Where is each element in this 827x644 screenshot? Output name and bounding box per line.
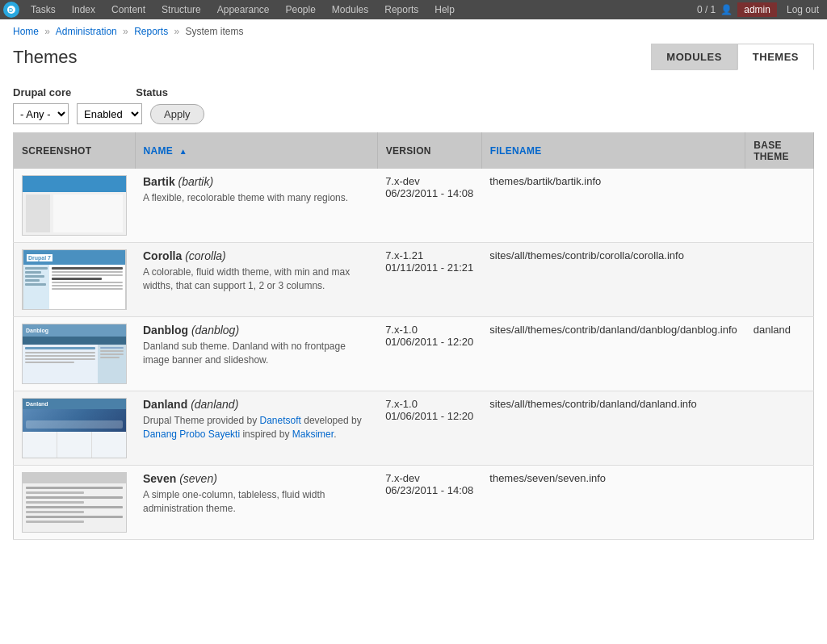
base-theme-cell-danblog: danland xyxy=(745,317,814,391)
theme-title-corolla: Corolla (corolla) xyxy=(143,249,369,262)
machine-name-bartik: (bartik) xyxy=(178,175,214,188)
filter-labels: Drupal core Status xyxy=(13,86,814,98)
col-version: VERSION xyxy=(377,133,481,169)
table-row: Danland xyxy=(14,391,814,466)
tab-themes[interactable]: THEMES xyxy=(737,44,814,70)
nav-content[interactable]: Content xyxy=(103,0,153,19)
name-cell-danland: Danland (danland) Drupal Theme provided … xyxy=(135,391,377,466)
table-row: Seven (seven) A simple one-column, table… xyxy=(14,466,814,540)
machine-name-danland: (danland) xyxy=(191,398,238,411)
danang-link[interactable]: Danang Probo Sayekti xyxy=(143,429,240,440)
screenshot-cell-bartik xyxy=(14,169,136,243)
admin-label: admin xyxy=(737,2,777,17)
maksimer-link[interactable]: Maksimer xyxy=(292,429,334,440)
screenshot-thumb-corolla: Drupal 7 xyxy=(22,249,127,310)
nav-index[interactable]: Index xyxy=(64,0,103,19)
name-cell-bartik: Bartik (bartik) A flexible, recolorable … xyxy=(135,169,377,243)
svg-text:D: D xyxy=(9,7,13,13)
status-select[interactable]: Enabled Disabled xyxy=(77,103,142,124)
version-cell-corolla: 7.x-1.21 01/11/2011 - 21:21 xyxy=(377,243,481,317)
nav-people[interactable]: People xyxy=(277,0,323,19)
theme-title-bartik: Bartik (bartik) xyxy=(143,175,369,188)
user-count: 0 / 1 xyxy=(697,4,716,15)
col-basetheme: BASETHEME xyxy=(745,133,814,169)
filter-area: Drupal core Status - Any - Enabled Disab… xyxy=(0,78,827,132)
theme-desc-bartik: A flexible, recolorable theme with many … xyxy=(143,191,369,205)
table-header-row: SCREENSHOT NAME ▲ VERSION FILENAME BASET… xyxy=(14,133,814,169)
table-row: Bartik (bartik) A flexible, recolorable … xyxy=(14,169,814,243)
breadcrumb-current: System items xyxy=(186,26,244,37)
version-cell-danblog: 7.x-1.0 01/06/2011 - 12:20 xyxy=(377,317,481,391)
table-body: Bartik (bartik) A flexible, recolorable … xyxy=(14,169,814,540)
breadcrumb-administration[interactable]: Administration xyxy=(56,26,117,37)
nav-reports[interactable]: Reports xyxy=(376,0,426,19)
col-screenshot: SCREENSHOT xyxy=(14,133,136,169)
nav-right: 0 / 1 👤 admin Log out xyxy=(697,2,824,17)
table-row: Drupal 7 xyxy=(14,243,814,317)
filename-cell-seven: themes/seven/seven.info xyxy=(481,466,745,540)
breadcrumb-home[interactable]: Home xyxy=(13,26,39,37)
theme-desc-seven: A simple one-column, tableless, fluid wi… xyxy=(143,488,369,516)
screenshot-thumb-danland: Danland xyxy=(22,398,127,458)
nav-modules[interactable]: Modules xyxy=(324,0,376,19)
themes-table: SCREENSHOT NAME ▲ VERSION FILENAME BASET… xyxy=(13,132,814,540)
danetsoft-link[interactable]: Danetsoft xyxy=(260,415,301,426)
main-area: SCREENSHOT NAME ▲ VERSION FILENAME BASET… xyxy=(0,132,827,540)
tab-buttons: MODULES THEMES xyxy=(651,44,814,70)
screenshot-thumb-bartik xyxy=(22,175,127,236)
table-row: Danblog xyxy=(14,317,814,391)
nav-appearance[interactable]: Appearance xyxy=(209,0,278,19)
version-cell-bartik: 7.x-dev 06/23/2011 - 14:08 xyxy=(377,169,481,243)
filename-cell-bartik: themes/bartik/bartik.info xyxy=(481,169,745,243)
filename-cell-danblog: sites/all/themes/contrib/danland/danblog… xyxy=(481,317,745,391)
theme-desc-danland: Drupal Theme provided by Danetsoft devel… xyxy=(143,414,369,441)
nav-tasks[interactable]: Tasks xyxy=(23,0,64,19)
screenshot-cell-seven xyxy=(14,466,136,540)
machine-name-seven: (seven) xyxy=(179,472,217,485)
page-title: Themes xyxy=(13,47,77,68)
filename-cell-corolla: sites/all/themes/contrib/corolla/corolla… xyxy=(481,243,745,317)
theme-title-danblog: Danblog (danblog) xyxy=(143,324,369,337)
base-theme-cell-bartik xyxy=(745,169,814,243)
breadcrumb-reports[interactable]: Reports xyxy=(134,26,168,37)
base-theme-cell-seven xyxy=(745,466,814,540)
drupal-core-select[interactable]: - Any - xyxy=(13,103,69,124)
top-navigation: D Tasks Index Content Structure Appearan… xyxy=(0,0,827,19)
filter-controls: - Any - Enabled Disabled Apply xyxy=(13,103,814,124)
screenshot-cell-corolla: Drupal 7 xyxy=(14,243,136,317)
theme-desc-corolla: A colorable, fluid width theme, with min… xyxy=(143,266,369,293)
name-cell-danblog: Danblog (danblog) Danland sub theme. Dan… xyxy=(135,317,377,391)
screenshot-thumb-danblog: Danblog xyxy=(22,324,127,384)
version-cell-seven: 7.x-dev 06/23/2011 - 14:08 xyxy=(377,466,481,540)
machine-name-corolla: (corolla) xyxy=(185,249,226,262)
theme-title-seven: Seven (seven) xyxy=(143,472,369,485)
theme-title-danland: Danland (danland) xyxy=(143,398,369,411)
logout-button[interactable]: Log out xyxy=(782,2,824,17)
base-theme-cell-corolla xyxy=(745,243,814,317)
version-cell-danland: 7.x-1.0 01/06/2011 - 12:20 xyxy=(377,391,481,466)
sort-arrow: ▲ xyxy=(179,147,187,156)
screenshot-cell-danland: Danland xyxy=(14,391,136,466)
apply-button[interactable]: Apply xyxy=(150,104,204,124)
drupal-core-label: Drupal core xyxy=(13,86,71,98)
status-label: Status xyxy=(136,86,168,98)
machine-name-danblog: (danblog) xyxy=(191,324,239,337)
site-logo: D xyxy=(3,2,19,18)
nav-structure[interactable]: Structure xyxy=(153,0,209,19)
screenshot-thumb-seven xyxy=(22,472,127,533)
col-name[interactable]: NAME ▲ xyxy=(135,133,377,169)
screenshot-cell-danblog: Danblog xyxy=(14,317,136,391)
page-header: Themes MODULES THEMES xyxy=(0,39,827,78)
nav-items: Tasks Index Content Structure Appearance… xyxy=(23,0,697,19)
col-filename[interactable]: FILENAME xyxy=(481,133,745,169)
breadcrumb: Home » Administration » Reports » System… xyxy=(0,19,827,39)
theme-desc-danblog: Danland sub theme. Danland with no front… xyxy=(143,340,369,367)
filename-cell-danland: sites/all/themes/contrib/danland/danland… xyxy=(481,391,745,466)
name-cell-seven: Seven (seven) A simple one-column, table… xyxy=(135,466,377,540)
tab-modules[interactable]: MODULES xyxy=(651,44,737,70)
base-theme-cell-danland xyxy=(745,391,814,466)
user-icon: 👤 xyxy=(720,4,733,15)
name-cell-corolla: Corolla (corolla) A colorable, fluid wid… xyxy=(135,243,377,317)
nav-help[interactable]: Help xyxy=(426,0,463,19)
